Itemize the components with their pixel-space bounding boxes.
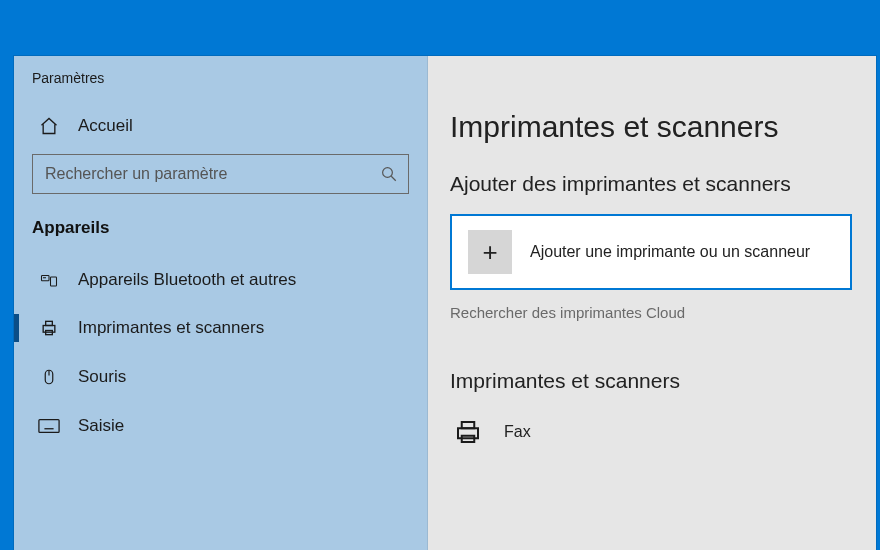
sidebar: Paramètres Accueil Appareils <box>14 56 428 550</box>
device-label: Fax <box>504 423 531 441</box>
sidebar-item-mouse[interactable]: Souris <box>14 352 427 402</box>
sidebar-item-bluetooth[interactable]: Appareils Bluetooth et autres <box>14 256 427 304</box>
search-input[interactable] <box>45 165 380 183</box>
svg-line-1 <box>391 176 396 181</box>
svg-rect-17 <box>462 422 475 428</box>
bluetooth-icon <box>38 271 60 289</box>
printer-icon <box>450 417 486 447</box>
device-item[interactable]: Fax <box>450 411 852 453</box>
home-button[interactable]: Accueil <box>14 106 427 150</box>
svg-point-0 <box>383 168 393 178</box>
sidebar-item-label: Saisie <box>78 416 124 436</box>
category-heading: Appareils <box>14 218 427 256</box>
home-icon <box>38 116 60 136</box>
add-printer-label: Ajouter une imprimante ou un scanneur <box>530 243 810 261</box>
page-title: Imprimantes et scanners <box>450 110 852 144</box>
search-box[interactable] <box>32 154 409 194</box>
svg-rect-10 <box>39 420 59 433</box>
section-list-heading: Imprimantes et scanners <box>450 369 852 393</box>
sidebar-item-printers[interactable]: Imprimantes et scanners <box>14 304 427 352</box>
printer-icon <box>38 318 60 338</box>
settings-window: Paramètres Accueil Appareils <box>14 56 876 550</box>
sidebar-item-label: Imprimantes et scanners <box>78 318 264 338</box>
sidebar-item-typing[interactable]: Saisie <box>14 402 427 450</box>
content-pane: Imprimantes et scanners Ajouter des impr… <box>428 56 876 550</box>
search-icon <box>380 165 398 183</box>
add-printer-button[interactable]: + Ajouter une imprimante ou un scanneur <box>450 214 852 290</box>
cloud-printers-link[interactable]: Rechercher des imprimantes Cloud <box>450 304 685 321</box>
mouse-icon <box>38 366 60 388</box>
keyboard-icon <box>38 418 60 434</box>
sidebar-item-label: Appareils Bluetooth et autres <box>78 270 296 290</box>
home-label: Accueil <box>78 116 133 136</box>
svg-rect-3 <box>51 277 57 286</box>
window-title: Paramètres <box>14 70 427 106</box>
plus-icon: + <box>468 230 512 274</box>
sidebar-item-label: Souris <box>78 367 126 387</box>
section-add-heading: Ajouter des imprimantes et scanners <box>450 172 852 196</box>
svg-rect-6 <box>46 321 53 325</box>
